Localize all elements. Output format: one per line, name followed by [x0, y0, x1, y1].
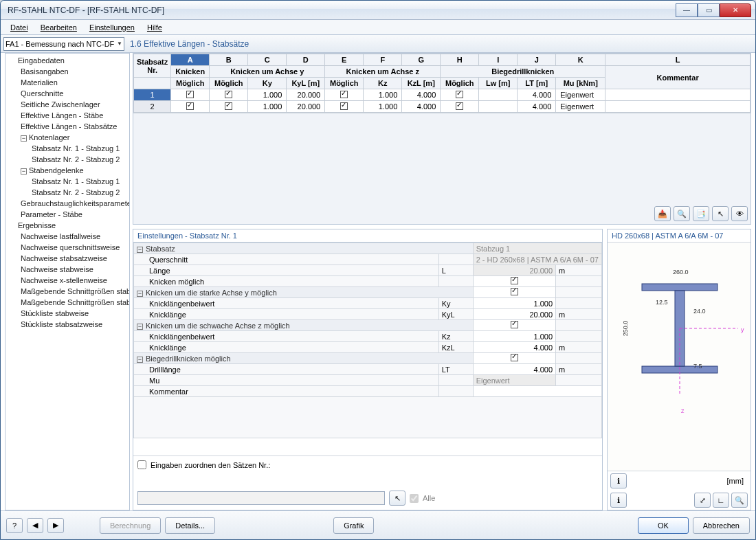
settings-title: Einstellungen - Stabsatz Nr. 1 [133, 229, 602, 243]
help-icon[interactable]: ? [6, 518, 23, 533]
checkbox-icon[interactable] [186, 91, 194, 98]
tree-ergebnisse[interactable]: Ergebnisse [5, 220, 129, 231]
checkbox-icon[interactable] [511, 277, 518, 284]
tree-nw-lastfall[interactable]: Nachweise lastfallweise [5, 231, 129, 242]
settings-panel: Einstellungen - Stabsatz Nr. 1 −Stabsatz… [133, 229, 603, 510]
tree-seitliche[interactable]: Seitliche Zwischenlager [5, 99, 129, 110]
info-icon[interactable]: ℹ [610, 473, 627, 488]
close-button[interactable]: ✕ [720, 3, 751, 17]
checkbox-icon[interactable] [511, 354, 518, 361]
pick-sets-icon[interactable]: ↖ [389, 491, 405, 506]
menu-file[interactable]: Datei [5, 22, 34, 33]
tree-stueck-stabsatz[interactable]: Stückliste stabsatzweise [5, 319, 129, 330]
tree-nw-querschnitt[interactable]: Nachweise querschnittsweise [5, 242, 129, 253]
checkbox-icon[interactable] [340, 102, 348, 110]
details-button[interactable]: Details... [165, 517, 215, 534]
tree-basisangaben[interactable]: Basisangaben [5, 66, 129, 77]
grafik-button[interactable]: Grafik [333, 517, 374, 534]
tree-eingabedaten[interactable]: Eingabedaten [5, 55, 129, 66]
tree-gebrauchs[interactable]: Gebrauchstauglichkeitsparameter [5, 198, 129, 209]
select-icon[interactable]: ↖ [712, 206, 729, 221]
svg-rect-0 [642, 284, 718, 291]
titlebar: RF-STAHL NTC-DF - [RF-STAHL NTC-DF] — ▭ … [1, 1, 755, 20]
navigation-tree[interactable]: Eingabedaten Basisangaben Materialien Qu… [5, 53, 130, 510]
tree-mass-stab[interactable]: Maßgebende Schnittgrößen stabweise [5, 286, 129, 297]
table-row[interactable]: 1 1.000 20.000 1.000 4.000 4.000 Eigenwe… [134, 89, 751, 101]
table-row[interactable]: 2 1.000 20.000 1.000 4.000 4.000 Eigenwe… [134, 101, 751, 113]
checkbox-icon[interactable] [225, 102, 232, 110]
checkbox-icon[interactable] [511, 321, 518, 328]
ok-button[interactable]: OK [638, 517, 689, 534]
checkbox-icon[interactable] [456, 102, 463, 110]
assign-checkbox[interactable] [137, 460, 146, 469]
preview-title: HD 260x68 | ASTM A 6/A 6M - 07 [608, 229, 751, 243]
checkbox-icon[interactable] [340, 91, 348, 98]
angle-icon[interactable]: ∟ [713, 493, 729, 508]
next-icon[interactable]: ▶ [47, 518, 64, 533]
view-icon[interactable]: 👁 [731, 206, 748, 221]
menu-help[interactable]: Hilfe [142, 22, 168, 33]
tree-nw-stabsatz[interactable]: Nachweise stabsatzweise [5, 253, 129, 264]
assign-label: Eingaben zuordnen den Sätzen Nr.: [151, 461, 270, 469]
tree-stabend-1[interactable]: Stabsatz Nr. 1 - Stabzug 1 [5, 176, 129, 187]
menu-settings[interactable]: Einstellungen [84, 22, 140, 33]
abbrechen-button[interactable]: Abbrechen [693, 517, 750, 534]
prev-icon[interactable]: ◀ [27, 518, 43, 533]
checkbox-icon[interactable] [225, 91, 232, 98]
tree-stabendgelenke[interactable]: −Stabendgelenke [5, 165, 129, 176]
tree-querschnitte[interactable]: Querschnitte [5, 88, 129, 99]
axis-icon[interactable]: ⤢ [694, 493, 711, 508]
ibeam-icon [628, 277, 738, 394]
data-grid[interactable]: StabsatzNr. A B C D E F G H I J K L [133, 53, 751, 225]
section-heading: 1.6 Effektive Längen - Stabsätze [124, 39, 753, 49]
tree-mass-stabsatz[interactable]: Maßgebende Schnittgrößen stabsatzweise [5, 297, 129, 308]
checkbox-icon[interactable] [186, 102, 194, 110]
pick-icon[interactable]: 📑 [693, 206, 709, 221]
tree-nw-xstellen[interactable]: Nachweise x-stellenweise [5, 275, 129, 286]
sort-icon[interactable]: 📥 [654, 206, 671, 221]
maximize-button[interactable]: ▭ [698, 3, 720, 17]
checkbox-icon[interactable] [511, 288, 518, 295]
assign-input[interactable] [137, 491, 385, 505]
alle-label: Alle [423, 494, 435, 502]
tree-materialien[interactable]: Materialien [5, 77, 129, 88]
checkbox-icon[interactable] [456, 91, 463, 98]
tree-nw-stab[interactable]: Nachweise stabweise [5, 264, 129, 275]
zoom-icon[interactable]: 🔍 [731, 493, 748, 508]
tree-knotenlager-2[interactable]: Stabsatz Nr. 2 - Stabzug 2 [5, 154, 129, 165]
alle-checkbox [410, 494, 419, 503]
berechnung-button: Berechnung [100, 517, 161, 534]
tree-eff-staebe[interactable]: Effektive Längen - Stäbe [5, 110, 129, 121]
tree-knotenlager[interactable]: −Knotenlager [5, 132, 129, 143]
load-case-dropdown[interactable]: FA1 - Bemessung nach NTC-DF [3, 37, 124, 51]
tree-stueck-stab[interactable]: Stückliste stabweise [5, 308, 129, 319]
info2-icon[interactable]: ℹ [610, 493, 627, 508]
tree-eff-stabsaetze[interactable]: Effektive Längen - Stabsätze [5, 121, 129, 132]
menu-edit[interactable]: Bearbeiten [35, 22, 82, 33]
minimize-button[interactable]: — [676, 3, 698, 17]
filter-icon[interactable]: 🔍 [674, 206, 690, 221]
tree-param-staebe[interactable]: Parameter - Stäbe [5, 209, 129, 220]
menubar: Datei Bearbeiten Einstellungen Hilfe [1, 20, 755, 35]
window-title: RF-STAHL NTC-DF - [RF-STAHL NTC-DF] [5, 5, 676, 15]
section-preview: HD 260x68 | ASTM A 6/A 6M - 07 260.0 12.… [607, 229, 751, 510]
tree-knotenlager-1[interactable]: Stabsatz Nr. 1 - Stabzug 1 [5, 143, 129, 154]
preview-unit: [mm] [727, 477, 744, 485]
tree-stabend-2[interactable]: Stabsatz Nr. 2 - Stabzug 2 [5, 187, 129, 198]
